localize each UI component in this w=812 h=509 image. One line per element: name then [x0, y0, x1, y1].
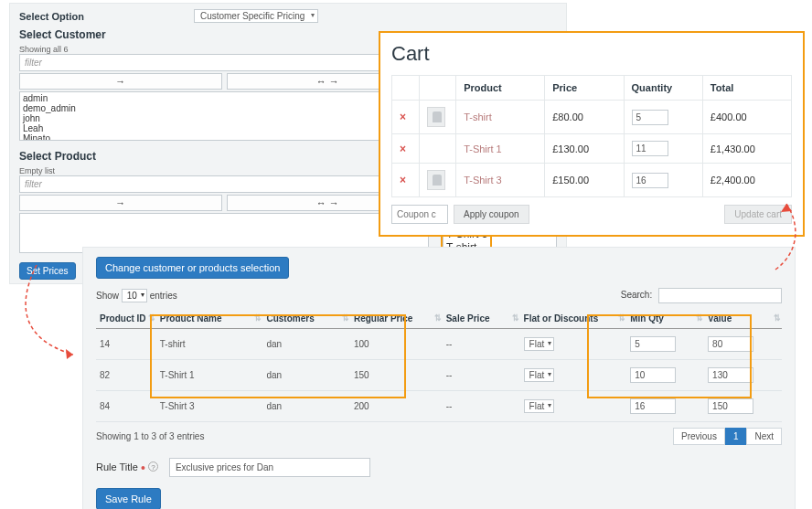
rules-table: Product ID⇅ Product Name⇅ Customers⇅ Reg…	[96, 309, 782, 422]
col-regular-price[interactable]: Regular Price⇅	[350, 309, 443, 329]
flat-discount-select[interactable]: Flat	[524, 399, 555, 413]
cell-customer: dan	[262, 360, 349, 391]
col-value[interactable]: Value⇅	[704, 309, 782, 329]
move-right-button[interactable]: →	[19, 73, 222, 90]
quantity-input[interactable]	[632, 110, 668, 125]
col-product-id[interactable]: Product ID⇅	[96, 309, 156, 329]
cell-product-id: 82	[96, 360, 156, 391]
select-option-dropdown[interactable]: Customer Specific Pricing	[194, 9, 318, 23]
pager-next[interactable]: Next	[746, 428, 782, 445]
value-input[interactable]	[708, 336, 753, 352]
cart-col-price: Price	[545, 76, 624, 101]
table-row: 84T-Shirt 3dan200--Flat	[96, 391, 782, 422]
product-link[interactable]: T-Shirt 1	[464, 143, 502, 154]
product-link[interactable]: T-shirt	[464, 111, 492, 122]
product-link[interactable]: T-Shirt 3	[464, 175, 502, 186]
cell-product-id: 14	[96, 329, 156, 360]
product-left-filter[interactable]: filter	[19, 175, 429, 193]
col-customers[interactable]: Customers⇅	[262, 309, 349, 329]
apply-coupon-button[interactable]: Apply coupon	[454, 205, 529, 224]
cart-row: ×T-Shirt 3£150.00£2,400.00	[392, 164, 792, 197]
customer-left-caption: Showing all 6	[19, 45, 429, 54]
table-row: 14T-shirtdan100--Flat	[96, 329, 782, 360]
cell-total: £2,400.00	[702, 164, 791, 197]
value-input[interactable]	[708, 367, 753, 383]
min-qty-input[interactable]	[630, 367, 676, 383]
set-prices-button[interactable]: Set Prices	[19, 262, 76, 280]
customer-left-filter[interactable]: filter	[19, 54, 429, 71]
table-info: Showing 1 to 3 of 3 entries	[96, 431, 204, 441]
move-right-button[interactable]: →	[19, 195, 222, 211]
remove-item-button[interactable]: ×	[400, 143, 406, 155]
pricing-rules-panel: Change customer or products selection Sh…	[82, 247, 796, 509]
cell-regular-price: 150	[350, 360, 443, 391]
col-min-qty[interactable]: Min Qty⇅	[626, 309, 704, 329]
min-qty-input[interactable]	[630, 398, 676, 414]
product-thumbnail	[427, 107, 445, 127]
cell-sale-price: --	[443, 391, 520, 422]
rule-title-input[interactable]	[169, 458, 370, 477]
cell-customer: dan	[262, 329, 349, 360]
product-left-caption: Empty list	[19, 166, 429, 175]
cell-regular-price: 200	[350, 391, 443, 422]
select-option-label: Select Option	[19, 11, 84, 22]
cell-price: £130.00	[545, 134, 624, 164]
cart-col-quantity: Quantity	[624, 76, 702, 101]
cell-price: £80.00	[545, 101, 624, 134]
cell-product-id: 84	[96, 391, 156, 422]
required-indicator: •	[141, 461, 145, 475]
product-thumbnail	[427, 170, 445, 190]
cell-product-name: T-Shirt 1	[156, 360, 263, 391]
remove-item-button[interactable]: ×	[400, 174, 406, 186]
list-item[interactable]: admin	[23, 93, 425, 103]
remove-item-button[interactable]: ×	[400, 111, 406, 123]
list-item[interactable]: Leah	[23, 123, 425, 133]
cart-row: ×T-Shirt 1£130.00£1,430.00	[392, 134, 792, 164]
customer-available-list[interactable]: admin demo_admin john Leah Minato Taylor	[19, 91, 429, 141]
flat-discount-select[interactable]: Flat	[524, 368, 555, 382]
cell-customer: dan	[262, 391, 349, 422]
col-flat-discounts[interactable]: Flat or Discounts⇅	[520, 309, 627, 329]
cell-total: £400.00	[702, 101, 791, 134]
entries-control: Show 10 entries	[96, 291, 177, 301]
quantity-input[interactable]	[632, 141, 668, 156]
list-item[interactable]: Minato	[23, 133, 425, 141]
show-label-pre: Show	[96, 291, 119, 301]
col-product-name[interactable]: Product Name⇅	[156, 309, 263, 329]
update-cart-button[interactable]: Update cart	[724, 205, 792, 224]
value-input[interactable]	[708, 398, 753, 414]
search-control: Search:	[621, 288, 782, 303]
cell-regular-price: 100	[350, 329, 443, 360]
cart-col-total: Total	[702, 76, 791, 101]
cell-product-name: T-shirt	[156, 329, 263, 360]
quantity-input[interactable]	[632, 173, 668, 188]
save-rule-button[interactable]: Save Rule	[96, 488, 161, 509]
pager-previous[interactable]: Previous	[673, 428, 725, 445]
flat-discount-select[interactable]: Flat	[524, 337, 555, 351]
rule-title-label: Rule Title • ?	[96, 461, 158, 475]
cell-price: £150.00	[545, 164, 624, 197]
search-label: Search:	[621, 290, 652, 300]
table-row: 82T-Shirt 1dan150--Flat	[96, 360, 782, 391]
cell-sale-price: --	[443, 329, 520, 360]
entries-dropdown[interactable]: 10	[122, 289, 147, 302]
search-input[interactable]	[658, 288, 782, 303]
list-item[interactable]: john	[23, 113, 425, 123]
cell-product-name: T-Shirt 3	[156, 391, 263, 422]
help-icon[interactable]: ?	[148, 461, 158, 472]
cart-heading: Cart	[391, 42, 792, 66]
list-item[interactable]: demo_admin	[23, 103, 425, 113]
pager-page-1[interactable]: 1	[725, 428, 747, 445]
cart-col-product: Product	[456, 76, 545, 101]
svg-marker-0	[66, 349, 73, 359]
cell-sale-price: --	[443, 360, 520, 391]
show-label-post: entries	[150, 291, 177, 301]
cell-total: £1,430.00	[702, 134, 791, 164]
change-selection-button[interactable]: Change customer or products selection	[96, 257, 289, 279]
pagination: Previous 1 Next	[673, 428, 782, 445]
coupon-input[interactable]	[391, 205, 448, 224]
cart-row: ×T-shirt£80.00£400.00	[392, 101, 792, 134]
cart-panel: Cart Product Price Quantity Total ×T-shi…	[379, 31, 805, 237]
col-sale-price[interactable]: Sale Price⇅	[443, 309, 520, 329]
min-qty-input[interactable]	[630, 336, 676, 352]
